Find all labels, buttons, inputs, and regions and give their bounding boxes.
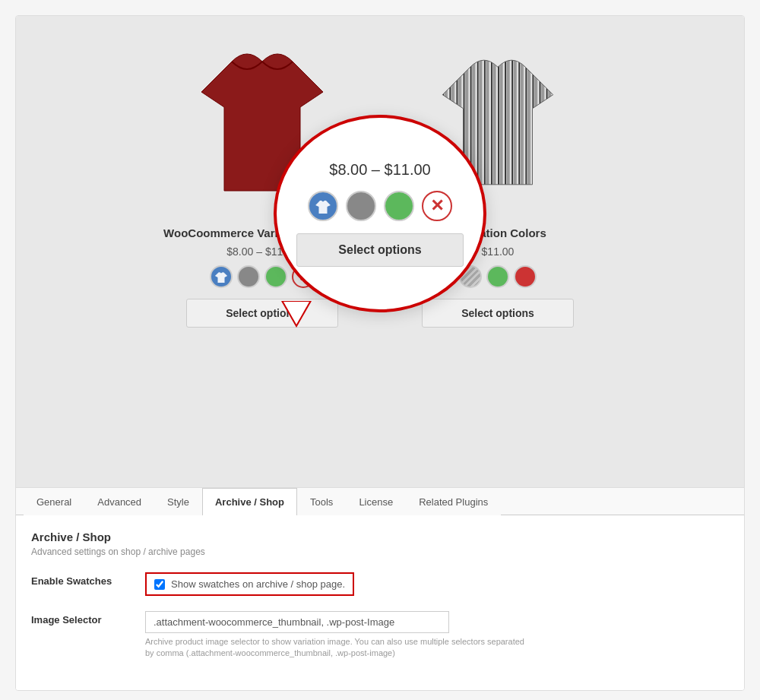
image-selector-help: Archive product image selector to show v… [145,636,525,660]
form-row-enable-swatches: Enable Swatches Show swatches on archive… [31,572,729,596]
tab-archive-shop[interactable]: Archive / Shop [202,488,297,515]
bubble-tshirt-icon [315,198,331,214]
bubble-swatches: ✕ [308,191,452,221]
tshirt-icon-small [214,270,228,283]
enable-swatches-checkbox-label: Show swatches on archive / shop page. [171,578,345,590]
form-row-image-selector: Image Selector Archive product image sel… [31,611,729,660]
bubble-select-btn[interactable]: Select options [296,233,464,267]
image-selector-input[interactable] [145,611,449,633]
tabs-section: General Advanced Style Archive / Shop To… [16,487,744,690]
swatch-tshirt-blue[interactable] [210,265,233,288]
tab-general[interactable]: General [24,488,84,515]
tab-style[interactable]: Style [154,488,202,515]
section-title: Archive / Shop [31,531,729,543]
bubble-swatch-gray[interactable] [346,191,376,221]
bubble-tail-inner [283,302,309,325]
section-subtitle: Advanced settings on shop / archive page… [31,546,729,557]
enable-swatches-checkbox-row[interactable]: Show swatches on archive / shop page. [145,572,354,596]
product-preview: WooCoommerce Variation Swatches $8.00 – … [16,16,744,487]
enable-swatches-checkbox[interactable] [154,579,165,590]
tab-content: Archive / Shop Advanced settings on shop… [16,515,744,690]
tab-license[interactable]: License [346,488,406,515]
tab-tools[interactable]: Tools [297,488,346,515]
enable-swatches-control: Show swatches on archive / shop page. [145,572,729,596]
swatch-gray-left[interactable] [237,265,260,288]
tab-advanced[interactable]: Advanced [84,488,154,515]
tabs-header: General Advanced Style Archive / Shop To… [16,488,744,515]
enable-swatches-label: Enable Swatches [31,572,130,587]
bubble-swatch-green[interactable] [384,191,414,221]
main-container: WooCoommerce Variation Swatches $8.00 – … [15,15,745,691]
image-selector-label: Image Selector [31,611,130,626]
bubble-circle: $8.00 – $11.00 ✕ Select options [274,115,486,312]
bubble-swatch-x[interactable]: ✕ [422,191,452,221]
image-selector-control: Archive product image selector to show v… [145,611,729,660]
popup-bubble: $8.00 – $11.00 ✕ Select options [258,115,502,335]
tab-related-plugins[interactable]: Related Plugins [406,488,501,515]
bubble-swatch-blue[interactable] [308,191,338,221]
swatch-red-right[interactable] [514,265,537,288]
bubble-price: $8.00 – $11.00 [329,161,430,179]
